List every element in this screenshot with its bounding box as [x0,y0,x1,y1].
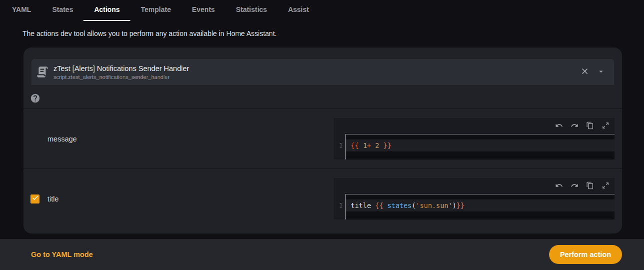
check-icon [31,194,39,204]
line-number: 1 [334,194,345,220]
undo-button[interactable] [555,182,563,191]
field-label-message: message [23,135,334,143]
undo-icon [555,122,563,131]
expand-icon [602,122,610,131]
tab-events[interactable]: Events [181,0,225,21]
code-token: 2 [375,142,379,150]
expand-button[interactable] [602,122,610,131]
title-checkbox[interactable] [30,194,39,204]
code-token: }} [383,142,391,150]
line-number: 1 [334,134,345,160]
tab-statistics[interactable]: Statistics [225,0,277,21]
devtools-tabbar: YAML States Actions Template Events Stat… [0,0,644,21]
code-token [383,202,387,210]
redo-button[interactable] [571,182,579,191]
redo-icon [571,182,579,191]
content-copy-icon [586,182,594,191]
code-token: + [367,142,371,150]
editor-toolbar [334,118,615,134]
tab-template[interactable]: Template [130,0,181,21]
perform-action-button[interactable]: Perform action [549,245,622,264]
code-line-message[interactable]: {{ 1+ 2 }} [346,140,615,152]
help-row [23,85,622,108]
code-area[interactable]: {{ 1+ 2 }} [345,134,615,160]
code-token: states [387,202,412,210]
close-icon [580,66,590,78]
code-token: title [351,202,375,210]
field-row-title: title 1 title {{ states('sun.sun')}} [23,169,622,228]
tab-assist[interactable]: Assist [277,0,319,21]
help-circle-icon [30,93,40,105]
code-token: ( [412,202,416,210]
open-dropdown-button[interactable] [597,67,606,78]
code-token: 1 [363,142,367,150]
code-token: 'sun.sun' [416,202,452,210]
content-copy-icon [586,122,594,131]
code-editor-title: 1 title {{ states('sun.sun')}} [334,178,615,220]
redo-icon [571,122,579,131]
menu-down-icon [597,67,606,78]
action-picker[interactable]: zTest [Alerts] Notifications Sender Hand… [31,59,614,85]
undo-icon [555,182,563,191]
picker-action-name: zTest [Alerts] Notifications Sender Hand… [53,64,580,73]
redo-button[interactable] [571,122,579,131]
bottom-action-bar: Go to YAML mode Perform action [0,239,644,270]
field-label-title: title [23,195,334,203]
tab-actions[interactable]: Actions [83,0,130,21]
go-to-yaml-mode-link[interactable]: Go to YAML mode [31,250,93,258]
undo-button[interactable] [555,122,563,131]
script-text-icon [36,66,49,78]
code-line-title[interactable]: title {{ states('sun.sun')}} [346,200,615,212]
copy-button[interactable] [586,122,594,131]
editor-body: 1 title {{ states('sun.sun')}} [334,194,615,220]
help-button[interactable] [30,93,40,105]
picker-text: zTest [Alerts] Notifications Sender Hand… [53,64,580,80]
code-token: }} [456,202,464,210]
action-card: zTest [Alerts] Notifications Sender Hand… [23,48,622,234]
picker-entity-id: script.ztest_alerts_notifications_sender… [53,74,580,80]
code-token [379,142,383,150]
code-area[interactable]: title {{ states('sun.sun')}} [345,194,615,220]
expand-icon [602,182,610,191]
copy-button[interactable] [586,182,594,191]
code-token [371,142,375,150]
page-description: The actions dev tool allows you to perfo… [22,30,622,38]
code-token: {{ [375,202,383,210]
editor-body: 1 {{ 1+ 2 }} [334,134,615,160]
expand-button[interactable] [602,182,610,191]
tab-states[interactable]: States [41,0,83,21]
editor-toolbar [334,178,615,194]
tab-yaml[interactable]: YAML [1,0,41,21]
code-editor-message: 1 {{ 1+ 2 }} [334,118,615,160]
clear-action-button[interactable] [580,66,590,78]
field-row-message: message 1 {{ 1+ 2 }} [23,109,622,168]
code-token: {{ [351,142,359,150]
